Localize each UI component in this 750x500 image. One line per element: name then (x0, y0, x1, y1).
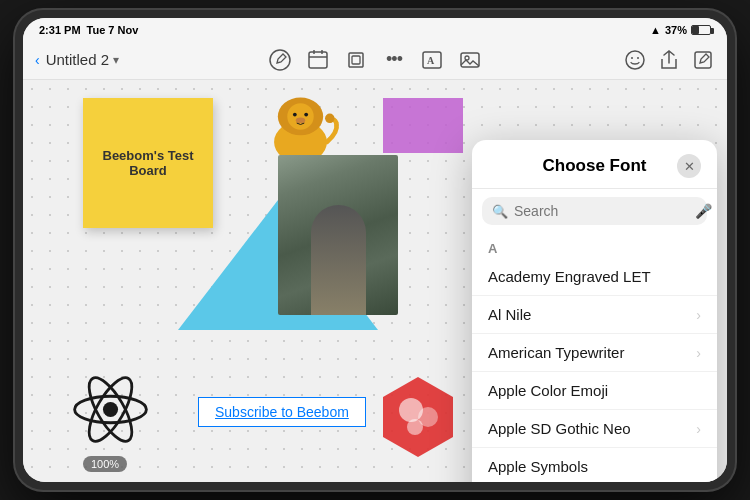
photo-card (278, 155, 398, 315)
search-input[interactable] (514, 203, 689, 219)
toolbar-emoji-icon[interactable] (623, 48, 647, 72)
toolbar-more-icon[interactable]: ••• (382, 48, 406, 72)
sticky-note-text: Beebom's Test Board (93, 148, 203, 178)
font-section-a-header: A (472, 233, 717, 258)
font-name-alnile: Al Nile (488, 306, 531, 323)
svg-point-36 (407, 419, 423, 435)
font-panel-title: Choose Font (512, 156, 677, 176)
search-icon: 🔍 (492, 204, 508, 219)
battery-percent: 37% (665, 24, 687, 36)
svg-rect-6 (352, 56, 360, 64)
status-bar: 2:31 PM Tue 7 Nov ▲ 37% (23, 18, 727, 40)
toolbar-image-icon[interactable] (458, 48, 482, 72)
hexagon-shape (373, 372, 463, 462)
wifi-icon: ▲ (650, 24, 661, 36)
font-name-apple-emoji: Apple Color Emoji (488, 382, 608, 399)
svg-point-29 (103, 402, 118, 417)
toolbar: ‹ Untitled 2 ▾ (23, 40, 727, 80)
subscribe-text: Subscribe to Beebom (215, 404, 349, 420)
font-panel: Choose Font ✕ 🔍 🎤 A Academy Engraved LET… (472, 140, 717, 482)
font-item-apple-gothic[interactable]: Apple SD Gothic Neo › (472, 410, 717, 448)
svg-point-28 (325, 114, 334, 123)
subscribe-button[interactable]: Subscribe to Beebom (198, 397, 366, 427)
svg-point-22 (304, 113, 308, 117)
svg-rect-5 (349, 53, 363, 67)
font-arrow-apple-gothic: › (696, 421, 701, 437)
font-name-apple-symbols: Apple Symbols (488, 458, 588, 475)
font-panel-header: Choose Font ✕ (472, 140, 717, 189)
doc-title[interactable]: Untitled 2 ▾ (46, 51, 119, 68)
svg-point-21 (293, 113, 297, 117)
purple-rectangle (383, 98, 463, 153)
svg-point-10 (465, 56, 469, 60)
toolbar-layers-icon[interactable] (344, 48, 368, 72)
svg-text:A: A (427, 55, 435, 66)
screen: 2:31 PM Tue 7 Nov ▲ 37% ‹ Untitled 2 ▾ (23, 18, 727, 482)
device-frame: 2:31 PM Tue 7 Nov ▲ 37% ‹ Untitled 2 ▾ (15, 10, 735, 490)
dropdown-arrow-icon: ▾ (113, 53, 119, 67)
svg-point-0 (270, 50, 290, 70)
atom-icon (68, 367, 153, 452)
toolbar-share-icon[interactable] (657, 48, 681, 72)
mic-icon[interactable]: 🎤 (695, 203, 712, 219)
font-panel-close-button[interactable]: ✕ (677, 154, 701, 178)
font-item-alnile[interactable]: Al Nile › (472, 296, 717, 334)
battery-icon (691, 25, 711, 35)
font-arrow-american: › (696, 345, 701, 361)
font-item-apple-emoji[interactable]: Apple Color Emoji (472, 372, 717, 410)
search-bar: 🔍 🎤 (482, 197, 707, 225)
svg-point-11 (626, 51, 644, 69)
font-item-apple-symbols[interactable]: Apple Symbols (472, 448, 717, 482)
zoom-level: 100% (91, 458, 119, 470)
back-button[interactable]: ‹ (35, 52, 40, 68)
font-arrow-alnile: › (696, 307, 701, 323)
zoom-badge: 100% (83, 456, 127, 472)
svg-point-12 (631, 57, 633, 59)
toolbar-edit-icon[interactable] (691, 48, 715, 72)
toolbar-pencil-icon[interactable] (268, 48, 292, 72)
canvas: Beebom's Test Board (23, 80, 727, 482)
svg-point-13 (637, 57, 639, 59)
svg-rect-1 (309, 52, 327, 68)
svg-point-23 (296, 117, 305, 123)
font-name-apple-gothic: Apple SD Gothic Neo (488, 420, 631, 437)
svg-point-18 (287, 103, 313, 129)
font-name-academy: Academy Engraved LET (488, 268, 651, 285)
font-item-american[interactable]: American Typewriter › (472, 334, 717, 372)
font-name-american: American Typewriter (488, 344, 624, 361)
font-list: A Academy Engraved LET Al Nile › America… (472, 233, 717, 482)
toolbar-text-icon[interactable]: A (420, 48, 444, 72)
svg-rect-14 (695, 52, 711, 68)
toolbar-calendar-icon[interactable] (306, 48, 330, 72)
time-display: 2:31 PM (39, 24, 81, 36)
font-item-academy[interactable]: Academy Engraved LET (472, 258, 717, 296)
date-display: Tue 7 Nov (87, 24, 139, 36)
